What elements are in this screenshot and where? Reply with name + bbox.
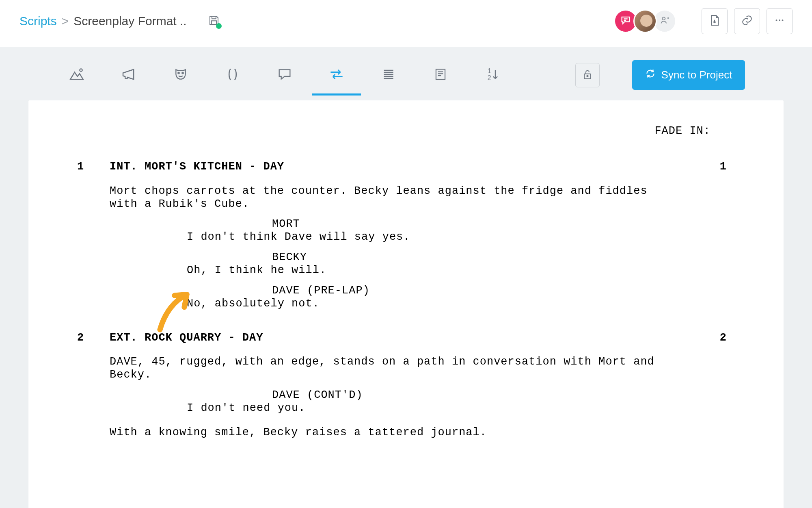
svg-text:1: 1 (487, 67, 491, 74)
speech-bubble-outline-icon (276, 66, 293, 84)
speech-bubble-icon (620, 15, 631, 28)
document-canvas: FADE IN: 1 INT. MORT'S KITCHEN - DAY 1 M… (0, 100, 812, 508)
breadcrumb-separator: > (62, 14, 69, 28)
scene-heading-text[interactable]: INT. MORT'S KITCHEN - DAY (110, 161, 686, 174)
scene-heading-row[interactable]: 1 INT. MORT'S KITCHEN - DAY 1 (77, 161, 735, 174)
svg-point-0 (662, 17, 665, 20)
dialogue-line[interactable]: Oh, I think he will. (187, 264, 556, 277)
dialogue-line[interactable]: No, absolutely not. (187, 297, 556, 310)
breadcrumb-root-link[interactable]: Scripts (19, 14, 57, 28)
dialogue-line[interactable]: I don't think Dave will say yes. (187, 231, 556, 244)
parentheses-icon (225, 66, 241, 84)
lines-justify-icon (380, 66, 397, 84)
scene-number-right: 1 (702, 161, 735, 174)
arrows-transition-icon (328, 65, 346, 85)
scene-number-left: 2 (77, 332, 110, 345)
header-bar: Scripts > Screenplay Format .. (0, 0, 812, 47)
save-status[interactable] (208, 14, 220, 28)
svg-point-1 (776, 20, 777, 21)
collaborator-avatars (618, 9, 676, 33)
add-person-icon (659, 15, 670, 27)
pdf-download-icon (708, 14, 721, 28)
scene-number-left: 1 (77, 161, 110, 174)
more-options-button[interactable] (767, 8, 793, 34)
header-right (618, 8, 793, 34)
link-icon (741, 14, 754, 28)
sync-to-project-button[interactable]: Sync to Project (632, 60, 745, 90)
mountain-scene-icon (68, 66, 85, 85)
mask-icon (173, 66, 189, 84)
character-cue[interactable]: MORT (272, 218, 678, 231)
svg-point-2 (779, 20, 780, 21)
scene-body: DAVE, 45, rugged, with an edge, stands o… (110, 356, 678, 439)
renumber-tool[interactable]: 1 2 (483, 65, 502, 85)
lock-script-button[interactable] (575, 63, 600, 87)
ellipsis-icon (773, 14, 786, 28)
export-pdf-button[interactable] (702, 8, 728, 34)
action-tool[interactable] (119, 65, 138, 85)
svg-text:2: 2 (487, 74, 491, 81)
breadcrumb-current[interactable]: Screenplay Format .. (73, 14, 186, 28)
toolbar-inner: 1 2 Sync to P (0, 55, 812, 100)
scene-heading-text[interactable]: EXT. ROCK QUARRY - DAY (110, 332, 686, 345)
transition-in[interactable]: FADE IN: (77, 125, 735, 138)
note-page-icon (433, 67, 448, 84)
sync-button-label: Sync to Project (661, 69, 732, 81)
scene-heading-row[interactable]: 2 EXT. ROCK QUARRY - DAY 2 (77, 332, 735, 345)
renumber-icon: 1 2 (484, 66, 501, 85)
transition-tool[interactable] (327, 65, 346, 85)
scene-body: Mort chops carrots at the counter. Becky… (110, 185, 678, 310)
note-tool[interactable] (431, 65, 450, 85)
character-cue[interactable]: BECKY (272, 251, 678, 264)
svg-point-6 (182, 72, 183, 74)
character-tool[interactable] (171, 65, 190, 85)
action-line[interactable]: With a knowing smile, Becky raises a tat… (110, 426, 678, 439)
dialogue-line[interactable]: I don't need you. (187, 402, 556, 415)
dialogue-tool[interactable] (275, 65, 294, 85)
user-avatar[interactable] (633, 9, 657, 33)
shot-tool[interactable] (379, 65, 398, 85)
lock-open-icon (581, 68, 594, 82)
svg-point-3 (782, 20, 784, 21)
save-status-dot (216, 23, 222, 29)
character-cue[interactable]: DAVE (PRE-LAP) (272, 284, 678, 297)
action-line[interactable]: DAVE, 45, rugged, with an edge, stands o… (110, 356, 678, 382)
toolbar: 1 2 Sync to P (0, 47, 812, 100)
parenthetical-tool[interactable] (223, 65, 242, 85)
svg-point-5 (178, 72, 179, 74)
header-left: Scripts > Screenplay Format .. (19, 14, 220, 28)
character-cue[interactable]: DAVE (CONT'D) (272, 389, 678, 402)
svg-point-10 (587, 75, 588, 76)
scene-heading-tool[interactable] (67, 65, 86, 85)
share-link-button[interactable] (734, 8, 760, 34)
action-line[interactable]: Mort chops carrots at the counter. Becky… (110, 185, 678, 211)
megaphone-icon (120, 66, 137, 85)
sync-icon (645, 68, 656, 82)
script-page[interactable]: FADE IN: 1 INT. MORT'S KITCHEN - DAY 1 M… (28, 100, 784, 508)
svg-point-4 (80, 69, 82, 71)
breadcrumb: Scripts > Screenplay Format .. (19, 14, 187, 28)
scene-number-right: 2 (702, 332, 735, 345)
